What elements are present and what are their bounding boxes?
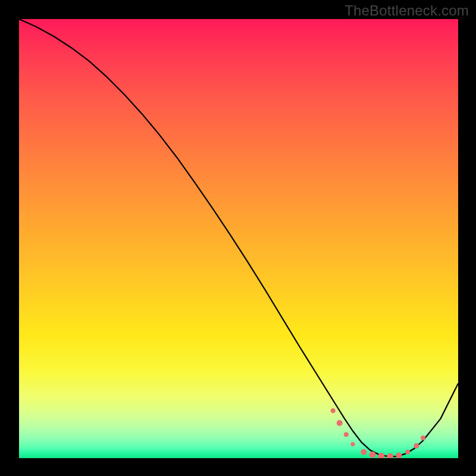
curve-marker [387,453,393,458]
chart-plot-area [19,19,458,458]
curve-marker [337,420,343,426]
curve-marker [369,452,376,458]
curve-marker [331,408,336,413]
bottleneck-curve [19,19,458,456]
curve-marker [361,449,367,455]
curve-marker [378,453,384,458]
curve-marker [396,453,402,458]
curve-marker [421,436,425,440]
curve-marker [414,443,419,449]
watermark-text: TheBottleneck.com [345,2,469,19]
curve-marker [344,432,349,437]
chart-svg [19,19,458,458]
curve-marker [350,442,355,446]
curve-marker [405,450,410,455]
